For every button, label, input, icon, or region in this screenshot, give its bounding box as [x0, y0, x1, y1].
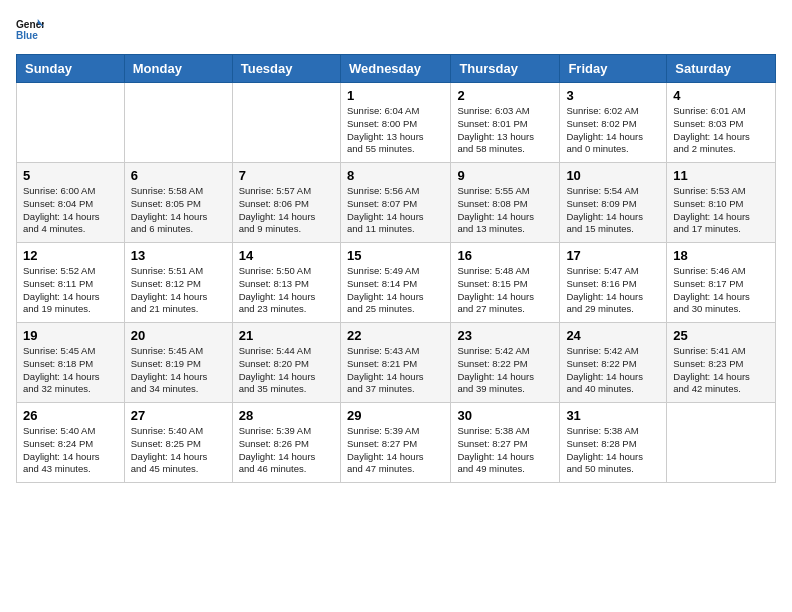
calendar-cell: 28Sunrise: 5:39 AM Sunset: 8:26 PM Dayli… [232, 403, 340, 483]
calendar-cell: 18Sunrise: 5:46 AM Sunset: 8:17 PM Dayli… [667, 243, 776, 323]
day-info: Sunrise: 5:38 AM Sunset: 8:27 PM Dayligh… [457, 425, 553, 476]
day-info: Sunrise: 5:55 AM Sunset: 8:08 PM Dayligh… [457, 185, 553, 236]
calendar-cell: 9Sunrise: 5:55 AM Sunset: 8:08 PM Daylig… [451, 163, 560, 243]
calendar-cell: 4Sunrise: 6:01 AM Sunset: 8:03 PM Daylig… [667, 83, 776, 163]
calendar-week-5: 26Sunrise: 5:40 AM Sunset: 8:24 PM Dayli… [17, 403, 776, 483]
header-tuesday: Tuesday [232, 55, 340, 83]
day-number: 10 [566, 168, 660, 183]
calendar-week-3: 12Sunrise: 5:52 AM Sunset: 8:11 PM Dayli… [17, 243, 776, 323]
calendar-cell [232, 83, 340, 163]
calendar-cell: 30Sunrise: 5:38 AM Sunset: 8:27 PM Dayli… [451, 403, 560, 483]
day-info: Sunrise: 5:47 AM Sunset: 8:16 PM Dayligh… [566, 265, 660, 316]
day-number: 7 [239, 168, 334, 183]
calendar-week-2: 5Sunrise: 6:00 AM Sunset: 8:04 PM Daylig… [17, 163, 776, 243]
day-number: 1 [347, 88, 444, 103]
day-info: Sunrise: 5:41 AM Sunset: 8:23 PM Dayligh… [673, 345, 769, 396]
header-thursday: Thursday [451, 55, 560, 83]
day-info: Sunrise: 5:48 AM Sunset: 8:15 PM Dayligh… [457, 265, 553, 316]
day-number: 28 [239, 408, 334, 423]
header-sunday: Sunday [17, 55, 125, 83]
svg-text:General: General [16, 19, 44, 30]
calendar-cell [17, 83, 125, 163]
day-info: Sunrise: 5:42 AM Sunset: 8:22 PM Dayligh… [457, 345, 553, 396]
day-number: 6 [131, 168, 226, 183]
day-number: 5 [23, 168, 118, 183]
day-number: 21 [239, 328, 334, 343]
calendar-cell: 12Sunrise: 5:52 AM Sunset: 8:11 PM Dayli… [17, 243, 125, 323]
day-number: 22 [347, 328, 444, 343]
day-number: 15 [347, 248, 444, 263]
calendar-cell: 14Sunrise: 5:50 AM Sunset: 8:13 PM Dayli… [232, 243, 340, 323]
day-number: 4 [673, 88, 769, 103]
calendar-cell: 25Sunrise: 5:41 AM Sunset: 8:23 PM Dayli… [667, 323, 776, 403]
day-info: Sunrise: 5:53 AM Sunset: 8:10 PM Dayligh… [673, 185, 769, 236]
day-info: Sunrise: 6:00 AM Sunset: 8:04 PM Dayligh… [23, 185, 118, 236]
day-info: Sunrise: 5:46 AM Sunset: 8:17 PM Dayligh… [673, 265, 769, 316]
day-info: Sunrise: 5:42 AM Sunset: 8:22 PM Dayligh… [566, 345, 660, 396]
calendar-cell: 5Sunrise: 6:00 AM Sunset: 8:04 PM Daylig… [17, 163, 125, 243]
day-number: 27 [131, 408, 226, 423]
calendar-cell [124, 83, 232, 163]
calendar-cell: 23Sunrise: 5:42 AM Sunset: 8:22 PM Dayli… [451, 323, 560, 403]
day-number: 16 [457, 248, 553, 263]
day-number: 11 [673, 168, 769, 183]
day-number: 3 [566, 88, 660, 103]
calendar-cell: 6Sunrise: 5:58 AM Sunset: 8:05 PM Daylig… [124, 163, 232, 243]
calendar-cell: 29Sunrise: 5:39 AM Sunset: 8:27 PM Dayli… [340, 403, 450, 483]
day-number: 2 [457, 88, 553, 103]
header-wednesday: Wednesday [340, 55, 450, 83]
day-info: Sunrise: 5:51 AM Sunset: 8:12 PM Dayligh… [131, 265, 226, 316]
calendar-cell: 16Sunrise: 5:48 AM Sunset: 8:15 PM Dayli… [451, 243, 560, 323]
day-info: Sunrise: 5:52 AM Sunset: 8:11 PM Dayligh… [23, 265, 118, 316]
day-info: Sunrise: 6:03 AM Sunset: 8:01 PM Dayligh… [457, 105, 553, 156]
day-number: 18 [673, 248, 769, 263]
day-info: Sunrise: 5:38 AM Sunset: 8:28 PM Dayligh… [566, 425, 660, 476]
day-info: Sunrise: 5:39 AM Sunset: 8:26 PM Dayligh… [239, 425, 334, 476]
day-info: Sunrise: 6:02 AM Sunset: 8:02 PM Dayligh… [566, 105, 660, 156]
calendar-cell: 8Sunrise: 5:56 AM Sunset: 8:07 PM Daylig… [340, 163, 450, 243]
day-info: Sunrise: 5:57 AM Sunset: 8:06 PM Dayligh… [239, 185, 334, 236]
day-info: Sunrise: 5:45 AM Sunset: 8:18 PM Dayligh… [23, 345, 118, 396]
calendar-cell: 3Sunrise: 6:02 AM Sunset: 8:02 PM Daylig… [560, 83, 667, 163]
day-info: Sunrise: 6:04 AM Sunset: 8:00 PM Dayligh… [347, 105, 444, 156]
day-info: Sunrise: 5:43 AM Sunset: 8:21 PM Dayligh… [347, 345, 444, 396]
calendar-table: SundayMondayTuesdayWednesdayThursdayFrid… [16, 54, 776, 483]
calendar-cell: 27Sunrise: 5:40 AM Sunset: 8:25 PM Dayli… [124, 403, 232, 483]
day-info: Sunrise: 5:40 AM Sunset: 8:25 PM Dayligh… [131, 425, 226, 476]
calendar-week-4: 19Sunrise: 5:45 AM Sunset: 8:18 PM Dayli… [17, 323, 776, 403]
day-info: Sunrise: 5:54 AM Sunset: 8:09 PM Dayligh… [566, 185, 660, 236]
day-number: 29 [347, 408, 444, 423]
calendar-cell: 7Sunrise: 5:57 AM Sunset: 8:06 PM Daylig… [232, 163, 340, 243]
day-number: 31 [566, 408, 660, 423]
logo-icon: General Blue [16, 16, 44, 44]
day-info: Sunrise: 5:39 AM Sunset: 8:27 PM Dayligh… [347, 425, 444, 476]
day-info: Sunrise: 5:56 AM Sunset: 8:07 PM Dayligh… [347, 185, 444, 236]
day-number: 24 [566, 328, 660, 343]
calendar-cell: 20Sunrise: 5:45 AM Sunset: 8:19 PM Dayli… [124, 323, 232, 403]
day-number: 14 [239, 248, 334, 263]
calendar-cell: 11Sunrise: 5:53 AM Sunset: 8:10 PM Dayli… [667, 163, 776, 243]
day-number: 19 [23, 328, 118, 343]
day-number: 26 [23, 408, 118, 423]
day-number: 30 [457, 408, 553, 423]
day-number: 23 [457, 328, 553, 343]
calendar-cell [667, 403, 776, 483]
page-header: General Blue [16, 16, 776, 44]
day-number: 12 [23, 248, 118, 263]
calendar-cell: 24Sunrise: 5:42 AM Sunset: 8:22 PM Dayli… [560, 323, 667, 403]
day-info: Sunrise: 5:45 AM Sunset: 8:19 PM Dayligh… [131, 345, 226, 396]
header-monday: Monday [124, 55, 232, 83]
day-number: 9 [457, 168, 553, 183]
calendar-cell: 19Sunrise: 5:45 AM Sunset: 8:18 PM Dayli… [17, 323, 125, 403]
day-info: Sunrise: 5:50 AM Sunset: 8:13 PM Dayligh… [239, 265, 334, 316]
day-info: Sunrise: 5:44 AM Sunset: 8:20 PM Dayligh… [239, 345, 334, 396]
header-friday: Friday [560, 55, 667, 83]
day-number: 13 [131, 248, 226, 263]
calendar-cell: 13Sunrise: 5:51 AM Sunset: 8:12 PM Dayli… [124, 243, 232, 323]
day-info: Sunrise: 6:01 AM Sunset: 8:03 PM Dayligh… [673, 105, 769, 156]
header-saturday: Saturday [667, 55, 776, 83]
calendar-header-row: SundayMondayTuesdayWednesdayThursdayFrid… [17, 55, 776, 83]
day-number: 17 [566, 248, 660, 263]
calendar-cell: 10Sunrise: 5:54 AM Sunset: 8:09 PM Dayli… [560, 163, 667, 243]
day-info: Sunrise: 5:49 AM Sunset: 8:14 PM Dayligh… [347, 265, 444, 316]
